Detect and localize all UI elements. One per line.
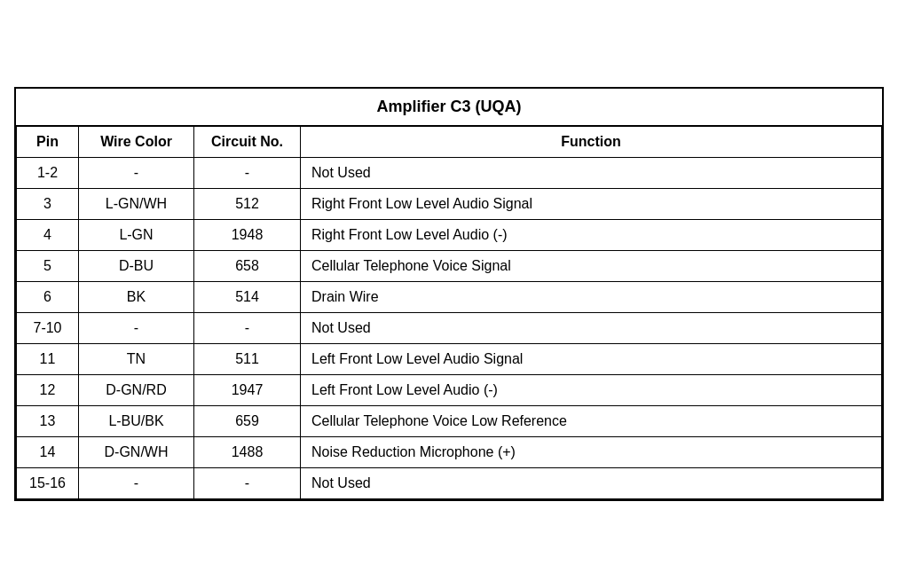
cell-wire-color: L-GN <box>79 220 194 251</box>
cell-function: Right Front Low Level Audio Signal <box>301 189 882 220</box>
cell-pin: 7-10 <box>17 313 79 344</box>
table-row: 14D-GN/WH1488Noise Reduction Microphone … <box>17 437 882 468</box>
cell-wire-color: D-GN/WH <box>79 437 194 468</box>
cell-circuit-no: 1947 <box>194 375 301 406</box>
cell-wire-color: D-GN/RD <box>79 375 194 406</box>
cell-pin: 14 <box>17 437 79 468</box>
header-circuit-no: Circuit No. <box>194 126 301 158</box>
cell-wire-color: D-BU <box>79 251 194 282</box>
cell-wire-color: - <box>79 158 194 189</box>
table-title: Amplifier C3 (UQA) <box>17 89 882 126</box>
cell-function: Left Front Low Level Audio Signal <box>301 344 882 375</box>
cell-pin: 11 <box>17 344 79 375</box>
header-pin: Pin <box>17 126 79 158</box>
cell-pin: 1-2 <box>17 158 79 189</box>
cell-pin: 13 <box>17 406 79 437</box>
header-wire-color: Wire Color <box>79 126 194 158</box>
cell-pin: 6 <box>17 282 79 313</box>
cell-circuit-no: 658 <box>194 251 301 282</box>
cell-pin: 3 <box>17 189 79 220</box>
header-row: Pin Wire Color Circuit No. Function <box>17 126 882 158</box>
table-row: 13L-BU/BK659Cellular Telephone Voice Low… <box>17 406 882 437</box>
cell-function: Not Used <box>301 313 882 344</box>
cell-circuit-no: 512 <box>194 189 301 220</box>
cell-circuit-no: - <box>194 313 301 344</box>
cell-wire-color: L-BU/BK <box>79 406 194 437</box>
cell-wire-color: L-GN/WH <box>79 189 194 220</box>
cell-function: Drain Wire <box>301 282 882 313</box>
cell-wire-color: - <box>79 313 194 344</box>
cell-function: Not Used <box>301 468 882 499</box>
cell-function: Cellular Telephone Voice Signal <box>301 251 882 282</box>
cell-circuit-no: 659 <box>194 406 301 437</box>
cell-pin: 4 <box>17 220 79 251</box>
cell-circuit-no: 1948 <box>194 220 301 251</box>
cell-wire-color: BK <box>79 282 194 313</box>
table-row: 15-16--Not Used <box>17 468 882 499</box>
table-row: 12D-GN/RD1947Left Front Low Level Audio … <box>17 375 882 406</box>
cell-pin: 5 <box>17 251 79 282</box>
table-row: 1-2--Not Used <box>17 158 882 189</box>
cell-pin: 15-16 <box>17 468 79 499</box>
cell-function: Noise Reduction Microphone (+) <box>301 437 882 468</box>
cell-function: Not Used <box>301 158 882 189</box>
title-row: Amplifier C3 (UQA) <box>17 89 882 126</box>
table-row: 5D-BU658Cellular Telephone Voice Signal <box>17 251 882 282</box>
cell-wire-color: TN <box>79 344 194 375</box>
table-row: 4L-GN1948Right Front Low Level Audio (-) <box>17 220 882 251</box>
amplifier-table: Amplifier C3 (UQA) Pin Wire Color Circui… <box>14 87 884 501</box>
table-row: 6BK514Drain Wire <box>17 282 882 313</box>
cell-function: Cellular Telephone Voice Low Reference <box>301 406 882 437</box>
cell-circuit-no: - <box>194 468 301 499</box>
table-row: 11TN511Left Front Low Level Audio Signal <box>17 344 882 375</box>
cell-pin: 12 <box>17 375 79 406</box>
table-row: 3L-GN/WH512Right Front Low Level Audio S… <box>17 189 882 220</box>
cell-circuit-no: 1488 <box>194 437 301 468</box>
cell-circuit-no: 511 <box>194 344 301 375</box>
cell-function: Right Front Low Level Audio (-) <box>301 220 882 251</box>
cell-wire-color: - <box>79 468 194 499</box>
cell-circuit-no: - <box>194 158 301 189</box>
cell-circuit-no: 514 <box>194 282 301 313</box>
table-row: 7-10--Not Used <box>17 313 882 344</box>
cell-function: Left Front Low Level Audio (-) <box>301 375 882 406</box>
header-function: Function <box>301 126 882 158</box>
